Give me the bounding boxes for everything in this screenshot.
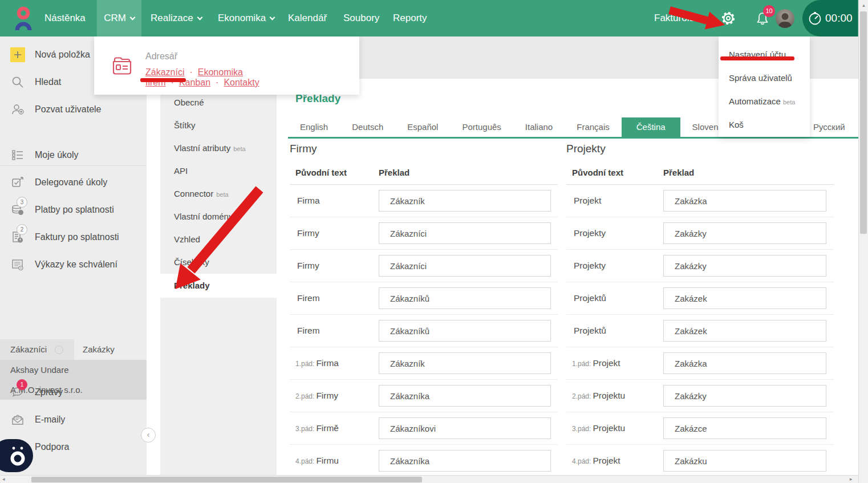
horizontal-scrollbar-thumb[interactable] [31, 477, 422, 482]
scroll-right-arrow[interactable]: ▸ [850, 476, 853, 483]
translation-input[interactable] [379, 385, 551, 407]
table-row: Firma [290, 185, 558, 217]
nav-item-ekonomika[interactable]: Ekonomika [218, 0, 274, 36]
table-row: Projekty [566, 217, 834, 250]
app-logo[interactable] [13, 6, 35, 32]
list-item-client[interactable]: Akshay Undare [0, 360, 147, 380]
tab-italiano[interactable]: Italiano [513, 117, 565, 137]
section-title: Firmy [290, 143, 558, 155]
translation-input[interactable] [663, 417, 826, 439]
nav-item-crm-active[interactable]: CRM [97, 0, 141, 36]
settings-item-obecne[interactable]: Obecné [160, 91, 277, 114]
translation-input[interactable] [379, 320, 551, 342]
timer-value: 00:00 [825, 0, 853, 36]
translation-input[interactable] [379, 450, 551, 472]
translation-input[interactable] [663, 222, 826, 244]
sidebar-item-platby-po-splatnosti[interactable]: 3 Platby po splatnosti [0, 196, 147, 224]
nav-item-realizace[interactable]: Realizace [151, 0, 202, 36]
link-kontakty[interactable]: Kontakty [224, 78, 259, 87]
translation-input[interactable] [379, 352, 551, 374]
plus-icon [10, 47, 25, 62]
translation-input[interactable] [663, 255, 826, 277]
tab-francais[interactable]: Français [565, 117, 622, 137]
scroll-up-arrow[interactable]: ▴ [859, 2, 868, 8]
translation-input[interactable] [379, 222, 551, 244]
tab-english[interactable]: English [288, 117, 340, 137]
sidebar-tab-zakazky[interactable]: Zakázky [83, 339, 115, 360]
tab-espanol[interactable]: Español [395, 117, 450, 137]
count-badge: 1 [17, 379, 27, 390]
link-zakaznici[interactable]: Zákazníci [145, 67, 184, 77]
top-navbar: Nástěnka CRM Realizace Ekonomika Kalendá… [0, 0, 868, 36]
settings-item-vzhled[interactable]: Vzhled [160, 228, 277, 251]
sidebar-tab-zakaznici[interactable]: Zákazníci [0, 339, 74, 360]
translation-input[interactable] [379, 255, 551, 277]
settings-item-api[interactable]: API [160, 160, 277, 182]
vertical-scrollbar[interactable]: ▴ [858, 0, 868, 483]
translation-input[interactable] [379, 417, 551, 439]
table-row: 2.pád:Firmy [290, 380, 558, 412]
scroll-left-arrow[interactable]: ◂ [2, 476, 5, 483]
crm-dropdown: Adresář Zákazníci·Ekonomika firem·Kanban… [94, 36, 359, 95]
translation-input[interactable] [663, 287, 826, 309]
annotation-underline-zakaznici [140, 78, 186, 82]
translation-input[interactable] [663, 320, 826, 342]
source-text: Projekt [572, 196, 601, 206]
settings-item-vlastni-atributy[interactable]: Vlastní atributybeta [160, 137, 277, 160]
source-text: 3.pád:Firmě [295, 423, 339, 433]
horizontal-scrollbar[interactable]: ◂ ▸ [0, 475, 858, 483]
menu-item-kos[interactable]: Koš [719, 113, 810, 136]
sidebar-collapse-button[interactable]: ‹ [141, 428, 156, 443]
menu-item-nastaveni-uctu[interactable]: Nastavení účtu [719, 43, 810, 66]
vertical-scrollbar-thumb[interactable] [860, 11, 867, 234]
col-translation-header: Překlad [663, 168, 694, 177]
tab-cestina-active[interactable]: Čeština [622, 117, 680, 137]
table-row: Firem [290, 315, 558, 347]
timer-clock-icon [808, 11, 822, 28]
sidebar-item-vykazy-ke-schvaleni[interactable]: Výkazy ke schválení [0, 251, 147, 278]
tab-russky[interactable]: Русский [813, 117, 845, 137]
translation-input[interactable] [663, 385, 826, 407]
translation-input[interactable] [663, 352, 826, 374]
timer-section[interactable]: 00:00 [802, 0, 858, 36]
sidebar-item-moje-ukoly[interactable]: Moje úkoly [0, 141, 147, 169]
tab-deutsch[interactable]: Deutsch [340, 117, 395, 137]
translation-input[interactable] [663, 190, 826, 212]
menu-item-automatizace[interactable]: Automatizacebeta [719, 90, 810, 113]
settings-gear-icon[interactable] [721, 11, 736, 26]
nav-item-nastenka[interactable]: Nástěnka [44, 0, 86, 36]
sidebar-item-emaily[interactable]: E-maily [0, 406, 147, 433]
nav-item-kalendar[interactable]: Kalendář [288, 0, 327, 36]
left-sidebar: Nová položka Hledat Pozvat uživatele Moj… [0, 36, 147, 483]
nav-item-reporty[interactable]: Reporty [393, 0, 427, 36]
user-avatar[interactable] [776, 9, 794, 28]
translation-input[interactable] [663, 450, 826, 472]
translation-input[interactable] [379, 287, 551, 309]
settings-item-ciselniky[interactable]: Číselníky [160, 251, 277, 274]
source-text: Projektů [572, 326, 606, 336]
translation-input[interactable] [379, 190, 551, 212]
beta-badge: beta [233, 145, 245, 152]
settings-item-connector[interactable]: Connectorbeta [160, 182, 277, 205]
settings-item-vlastni-domeny[interactable]: Vlastní domény [160, 205, 277, 228]
sidebar-item-faktury-po-splatnosti[interactable]: 2 Faktury po splatnosti [0, 224, 147, 251]
settings-item-preklady-active[interactable]: Překlady [160, 274, 277, 298]
sidebar-item-delegovane-ukoly[interactable]: Delegované úkoly [0, 169, 147, 196]
col-translation-header: Překlad [379, 168, 409, 177]
settings-item-stitky[interactable]: Štítky [160, 114, 277, 137]
source-text: Projekty [572, 261, 606, 271]
help-chat-widget[interactable] [0, 439, 33, 472]
source-text: Firmy [295, 261, 319, 271]
tab-portugues[interactable]: Português [450, 117, 513, 137]
col-source-header: Původní text [295, 168, 347, 177]
section-firmy: Firmy Původní text Překlad Firma Firmy F… [290, 143, 558, 477]
table-header: Původní text Překlad [290, 168, 558, 185]
sidebar-item-zpravy[interactable]: 1 Zprávy [0, 379, 147, 406]
menu-item-sprava-uzivatelu[interactable]: Správa uživatelů [719, 66, 810, 90]
nav-item-fakturoid[interactable]: Fakturoid [654, 0, 695, 36]
my-tasks-icon [10, 148, 25, 163]
nav-item-soubory[interactable]: Soubory [343, 0, 379, 36]
sidebar-item-pozvat-uzivatele[interactable]: Pozvat uživatele [0, 96, 147, 123]
beta-badge: beta [783, 99, 795, 105]
invite-user-icon [10, 102, 25, 117]
